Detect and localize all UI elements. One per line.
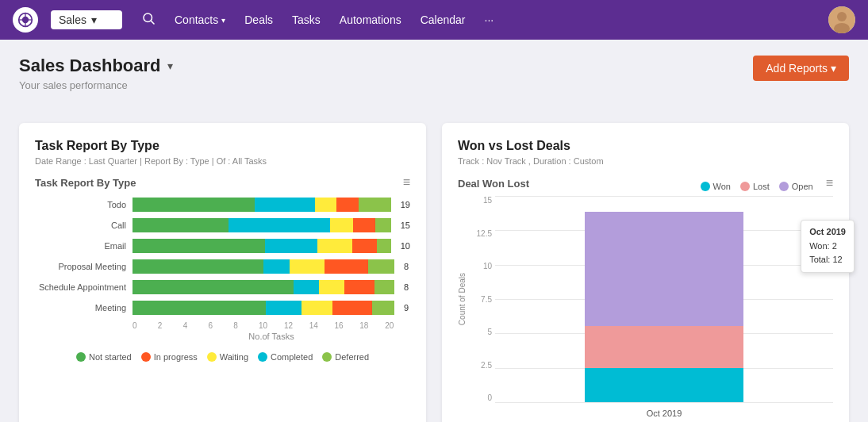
hbar-value: 9 — [404, 303, 409, 313]
x-tick: 6 — [208, 321, 233, 330]
nav-more[interactable]: ··· — [485, 13, 494, 26]
x-tick: 0 — [133, 321, 158, 330]
hbar-segment — [319, 280, 344, 294]
vbar-chart-menu-icon[interactable]: ≡ — [826, 176, 833, 190]
hbar-row: Email10 — [35, 239, 410, 253]
nav-deals[interactable]: Deals — [244, 13, 273, 26]
y-label: 10 — [470, 262, 492, 270]
vbar-legend-label: Lost — [753, 182, 770, 191]
hbar-segment — [133, 301, 266, 315]
task-chart-menu-icon[interactable]: ≡ — [403, 175, 410, 190]
vbar-group[interactable]: Oct 2019Won: 2Total: 12 — [585, 212, 743, 402]
hbar-label: Todo — [35, 200, 126, 209]
hbar-segment — [352, 239, 377, 253]
hbar-track — [133, 218, 391, 232]
hbar-segment — [332, 301, 372, 315]
x-tick: 2 — [158, 321, 183, 330]
vbar-chart-area: Count of Deals 02.557.51012.515 Oct 2019… — [458, 196, 833, 418]
hbar-segment — [133, 280, 294, 294]
task-chart-title: Task Report By Type — [35, 177, 136, 189]
page-header: Sales Dashboard ▾ Your sales performance… — [19, 56, 849, 107]
cards-row: Task Report By Type Date Range : Last Qu… — [19, 123, 849, 422]
page-content: Sales Dashboard ▾ Your sales performance… — [0, 40, 868, 422]
hbar-segment — [263, 259, 290, 274]
hbar-segment — [265, 239, 317, 253]
hbar-segment — [133, 198, 255, 212]
hbar-segment — [336, 198, 358, 212]
won-lost-title: Won vs Lost Deals — [458, 139, 833, 153]
page-title: Sales Dashboard — [19, 56, 161, 76]
hbar-segment — [330, 218, 352, 232]
x-tick: 10 — [259, 321, 284, 330]
page-header-left: Sales Dashboard ▾ Your sales performance — [19, 56, 753, 107]
x-tick: 4 — [183, 321, 209, 330]
nav-automations[interactable]: Automations — [340, 13, 401, 26]
x-tick: 20 — [385, 321, 410, 330]
hbar-track — [133, 198, 391, 212]
x-axis-label: No.of Tasks — [35, 332, 410, 341]
hbar-segment — [344, 280, 374, 294]
task-report-title: Task Report By Type — [35, 139, 410, 153]
x-axis-ticks: 02468101214161820 — [35, 321, 410, 330]
page-title-chevron-icon[interactable]: ▾ — [167, 59, 173, 72]
hbar-segment — [133, 239, 265, 253]
hbar-segment — [359, 198, 391, 212]
y-label: 5 — [470, 328, 492, 336]
legend-item: In progress — [141, 352, 198, 362]
search-icon[interactable] — [141, 11, 156, 29]
hbar-track — [133, 259, 394, 274]
legend-dot — [322, 352, 332, 362]
hbar-value: 19 — [401, 200, 410, 209]
app-logo[interactable] — [13, 7, 38, 33]
header-actions: Add Reports ▾ — [753, 56, 849, 81]
hbar-row: Todo19 — [35, 198, 410, 212]
hbar-segment — [377, 239, 391, 253]
nav-calendar[interactable]: Calendar — [421, 13, 466, 26]
x-tick: 8 — [233, 321, 259, 330]
legend-item: Waiting — [207, 352, 248, 362]
hbar-label: Meeting — [35, 303, 126, 313]
page-title-row: Sales Dashboard ▾ — [19, 56, 753, 76]
task-hbar-chart: Todo19Call15Email10Proposal Meeting8Sche… — [35, 198, 410, 315]
won-lost-meta: Track : Nov Track , Duration : Custom — [458, 156, 833, 166]
legend-dot — [258, 352, 267, 362]
nav-tasks[interactable]: Tasks — [292, 13, 321, 26]
nav-contacts[interactable]: Contacts ▾ — [175, 13, 225, 26]
hbar-segment — [317, 239, 352, 253]
vbar-legend-item: Lost — [740, 182, 770, 191]
legend-label: Deferred — [335, 352, 369, 362]
legend-label: Not started — [89, 352, 132, 362]
lost-bar-segment — [585, 326, 743, 368]
hbar-segment — [301, 301, 332, 315]
vbar-legend-dot — [779, 182, 789, 191]
hbar-segment — [374, 280, 394, 294]
hbar-label: Schedule Appointment — [35, 282, 126, 292]
legend-item: Deferred — [322, 352, 369, 362]
vbar-legend-label: Won — [713, 182, 731, 191]
header: Sales ▾ Contacts ▾ Deals Tasks Automatio… — [0, 0, 868, 40]
vbar-legend-label: Open — [792, 182, 813, 191]
user-avatar[interactable] — [828, 6, 855, 33]
hbar-row: Schedule Appointment8 — [35, 280, 410, 294]
main-nav: Contacts ▾ Deals Tasks Automations Calen… — [175, 13, 494, 26]
svg-point-4 — [144, 13, 152, 22]
y-label: 7.5 — [470, 295, 492, 304]
hbar-segment — [255, 198, 314, 212]
vbar-legend-item: Won — [701, 182, 731, 191]
task-report-card: Task Report By Type Date Range : Last Qu… — [19, 123, 426, 422]
dropdown-chevron-icon: ▾ — [91, 13, 97, 26]
add-reports-button[interactable]: Add Reports ▾ — [753, 56, 849, 81]
vbar-legend-item: Open — [779, 182, 813, 191]
task-report-meta: Date Range : Last Quarter | Report By : … — [35, 156, 410, 166]
workspace-dropdown[interactable]: Sales ▾ — [51, 10, 122, 29]
y-axis-title: Count of Deals — [458, 273, 467, 325]
x-tick: 18 — [359, 321, 385, 330]
svg-line-5 — [151, 21, 154, 24]
hbar-segment — [315, 198, 336, 212]
legend-label: Completed — [271, 352, 313, 362]
hbar-track — [133, 239, 391, 253]
x-tick: 12 — [284, 321, 309, 330]
legend-item: Completed — [258, 352, 313, 362]
hbar-value: 10 — [401, 241, 410, 251]
contacts-chevron-icon: ▾ — [221, 16, 225, 25]
